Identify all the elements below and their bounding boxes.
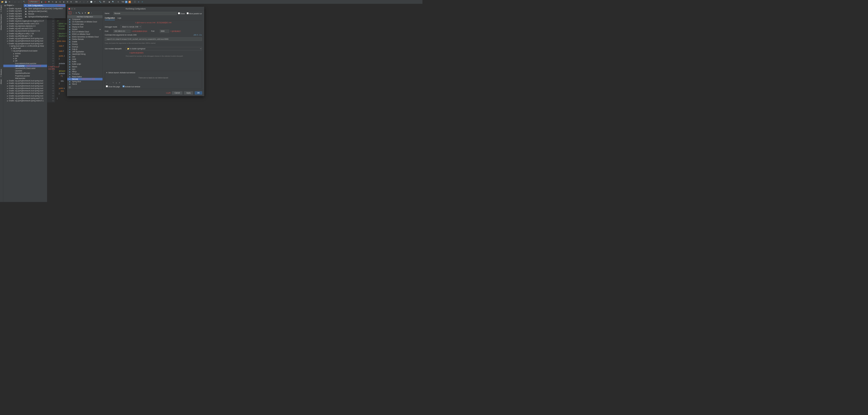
tree-item[interactable]: ▶data	[3, 55, 47, 57]
show-page-checkbox[interactable]: Show this page	[106, 85, 120, 88]
jrebel2-icon[interactable]: ☢	[70, 1, 72, 3]
name-input[interactable]	[114, 12, 177, 15]
stripe-alibaba[interactable]: Alibaba Cloud Explorer	[0, 13, 2, 31]
profile-icon[interactable]: ↻	[52, 1, 54, 3]
jrebel-icon[interactable]: ☢	[66, 1, 69, 3]
translate2-icon[interactable]: A	[128, 1, 131, 3]
config-type-item[interactable]: ▣JUnit	[67, 58, 103, 60]
config-type-item[interactable]: ▣Remote 4.新建 Remote 服务	[67, 78, 103, 80]
config-type-item[interactable]: ▣React Native	[67, 76, 103, 78]
config-type-item[interactable]: ▣Compound	[67, 18, 103, 21]
stop-icon[interactable]: ■	[62, 1, 65, 3]
config-type-item[interactable]: ▣Grunt.js	[67, 46, 103, 48]
tree-item[interactable]: ▶Gradle: org.jboss.logging:jboss-logging…	[3, 20, 47, 22]
run-menu-item[interactable]: ▣springboot-start [bootJar]	[24, 10, 65, 13]
attach-icon[interactable]: ⇲	[59, 1, 61, 3]
tree-item[interactable]: Launcher	[3, 69, 47, 72]
up-icon[interactable]: ▲	[82, 12, 83, 14]
tree-item[interactable]: LaunchedURLClassLoader	[3, 67, 47, 69]
config-type-item[interactable]: ▣Kotlin script	[67, 63, 103, 65]
tree-item[interactable]: ▼Gradle: org.springframework.boot:spring…	[3, 42, 47, 45]
run-menu-item[interactable]: ▣Remote	[24, 13, 65, 16]
dialog-titlebar[interactable]: Run/Debug Configurations	[67, 7, 204, 11]
run-config-combo[interactable]: ⧉ Remote ▾	[28, 0, 40, 3]
config-type-item[interactable]: ▣Gradle	[67, 40, 103, 43]
run-menu-item[interactable]: ✎Edit Configurations...3.如标红色	[24, 4, 65, 7]
redo-icon[interactable]: →	[18, 1, 20, 3]
apply-button[interactable]: Apply	[184, 91, 193, 95]
tree-item[interactable]: ▶Gradle: org.springframework:spring-bean…	[3, 99, 47, 102]
config-type-item[interactable]: ▣Maven	[67, 65, 103, 68]
tree-item[interactable]: ▶Gradle: org.springframework.boot:spring…	[3, 82, 47, 85]
tree-item[interactable]: ▶archive	[3, 52, 47, 55]
git-commit-icon[interactable]: ↓	[83, 1, 85, 3]
stripe-structure[interactable]: 7: Structure	[0, 68, 2, 78]
add-config-icon[interactable]: ＋	[69, 11, 71, 14]
tree-item[interactable]: ▼spring-boot-loader-2.1.6.RELEASE.jar li…	[3, 45, 47, 47]
config-type-item[interactable]: ▣JAR Application	[67, 50, 103, 53]
config-type-item[interactable]: ▣Spy-js	[67, 83, 103, 85]
tree-item[interactable]: ▶Gradle: org.objenesis:objenesis:2.6	[3, 25, 47, 27]
copy-config-icon[interactable]: ⧉	[76, 12, 77, 14]
config-type-item[interactable]: ▣Groovy	[67, 43, 103, 46]
tree-item[interactable]: ExecutableArchiveLauncher	[3, 62, 47, 65]
git-push-icon[interactable]: ↗	[86, 1, 89, 3]
tree-item[interactable]: ▶util	[3, 60, 47, 62]
tree-item[interactable]: ▶Gradle: org.springframework.boot:spring…	[3, 95, 47, 97]
jdk-select[interactable]: JDK 5 - 8 ▾	[193, 34, 202, 36]
tree-item[interactable]: ▶Gradle: org.springframework.boot:spring…	[3, 89, 47, 92]
config-type-item[interactable]: ▣NW.js	[67, 70, 103, 73]
tree-item[interactable]: PropertiesLauncher	[3, 75, 47, 77]
tree-item[interactable]: ▶jar	[3, 57, 47, 60]
stripe-jrebel[interactable]: JRebel	[0, 78, 2, 85]
config-type-item[interactable]: ▣Firefox Remote	[67, 38, 103, 40]
port-input[interactable]	[160, 30, 169, 33]
tree-item[interactable]: ▶Gradle: org.springframework.boot:spring…	[3, 80, 47, 82]
tree-item[interactable]: MainMethodRunner	[3, 72, 47, 75]
settings-icon[interactable]: 🔧	[99, 1, 101, 3]
tab-configuration[interactable]: Configuration	[105, 16, 115, 20]
down-icon[interactable]: ▼	[85, 12, 86, 14]
ok-icon[interactable]: ⛶	[134, 1, 136, 3]
tree-item[interactable]: ▶Gradle: org.springframework.boot:spring…	[3, 87, 47, 89]
search-icon[interactable]: 🔍	[112, 1, 115, 3]
config-type-item[interactable]: ▣Docker▶	[67, 28, 103, 30]
tree-item[interactable]: ▶META-INF	[3, 47, 47, 50]
config-type-item[interactable]: ▣Gulp.js	[67, 48, 103, 50]
tree-item[interactable]: ▶Gradle: org.slf4j:slf4j-api:1.7.26	[3, 35, 47, 37]
config-type-item[interactable]: ▣Cucumber java	[67, 23, 103, 26]
folder-icon[interactable]: 📁	[88, 12, 90, 14]
close-icon[interactable]	[69, 8, 70, 9]
config-type-item[interactable]: ▣Protractor	[67, 73, 103, 76]
ali-icon[interactable]: ⎘	[117, 1, 120, 3]
tree-item[interactable]: ▶Gradle: org.mockito:mockito-core:2.23.4	[3, 22, 47, 25]
config-type-item[interactable]: ▣EDAS on Alibaba Cloud	[67, 33, 103, 36]
allow-parallel-checkbox[interactable]: Allow parallel run	[187, 12, 202, 14]
git-update-icon[interactable]: ✓	[79, 1, 82, 3]
before-launch-header[interactable]: ▼ Before launch: Activate tool window	[105, 71, 202, 75]
sort-icon[interactable]: ↕	[91, 12, 92, 14]
config-type-item[interactable]: ▣CS Kubernetes on Alibaba Cloud	[67, 21, 103, 23]
tree-item[interactable]: ▶Gradle: org.springframework:spring-aop:…	[3, 97, 47, 99]
config-type-item[interactable]: ▣Spring Boot	[67, 80, 103, 83]
stripe-project[interactable]: 1: Project	[0, 4, 2, 13]
project-dropdown-icon[interactable]: ▾	[13, 5, 14, 6]
save-icon[interactable]: 💾	[5, 1, 7, 3]
host-input[interactable]	[114, 30, 130, 33]
config-type-item[interactable]: ▣EDAS Serverless on Alibaba Cloud	[67, 36, 103, 38]
config-type-item[interactable]: ▣ECS on Alibaba Cloud	[67, 30, 103, 33]
tab-logs[interactable]: Logs	[118, 16, 121, 20]
task-edit-icon[interactable]: ✎	[113, 82, 114, 84]
git-history-icon[interactable]: 🕓	[90, 1, 93, 3]
tree-item[interactable]: ▼org.springframework.boot.loader	[3, 50, 47, 52]
project-structure-icon[interactable]: 🗔	[103, 1, 105, 3]
git-revert-icon[interactable]: ↶	[93, 1, 96, 3]
tool-icon[interactable]: ▣	[108, 1, 111, 3]
cancel-button[interactable]: Cancel	[172, 91, 182, 95]
run-menu-item[interactable]: ▣SpringbootStartApplication	[24, 16, 65, 18]
translate-icon[interactable]: 文	[125, 1, 127, 3]
tree-item[interactable]: ▶Gradle: org.slf4j:jul-to-slf4j:1.7.26	[3, 32, 47, 35]
remove-config-icon[interactable]: －	[73, 11, 74, 14]
tree-item[interactable]: ▶Gradle: org.springframework.boot:spring…	[3, 37, 47, 40]
edit-config-icon[interactable]: 🔧	[78, 12, 80, 14]
